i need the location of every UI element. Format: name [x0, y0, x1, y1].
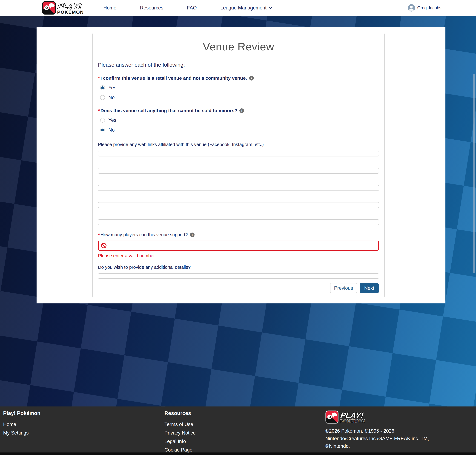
weblinks-label: Please provide any web links affiliated … [98, 142, 379, 147]
footer-link-my-settings[interactable]: My Settings [3, 430, 40, 436]
footer-heading-resources: Resources [164, 410, 200, 416]
q2-option-no[interactable]: No [100, 127, 379, 133]
page-footer: Play! Pokémon Home My Settings Resources… [0, 406, 476, 453]
venue-review-card: Venue Review Please answer each of the f… [92, 32, 385, 298]
top-navbar: PLAY! POKÉMON Home Resources FAQ League … [0, 0, 476, 16]
svg-text:POKÉMON: POKÉMON [57, 9, 84, 15]
required-marker: * [98, 108, 100, 113]
form-actions: Previous Next [93, 279, 384, 298]
footer-bottom-bar [0, 453, 476, 455]
footer-brand-column: PLAY! POKÉMON ©2026 Pokémon. ©1995 - 202… [325, 410, 437, 450]
info-icon[interactable]: i [239, 108, 244, 113]
next-button[interactable]: Next [360, 283, 379, 293]
footer-link-legal[interactable]: Legal Info [164, 439, 200, 444]
weblink-input-2[interactable] [98, 168, 379, 174]
primary-navigation: Home Resources FAQ League Management [103, 5, 273, 11]
details-label: Do you wish to provide any additional de… [98, 265, 379, 270]
q2-option-yes[interactable]: Yes [100, 117, 379, 123]
required-marker: * [98, 232, 100, 237]
play-pokemon-logo-icon: PLAY! POKÉMON [42, 1, 91, 15]
question-minors-label: * Does this venue sell anything that can… [98, 108, 379, 113]
svg-text:PLAY!: PLAY! [57, 1, 82, 10]
nav-home[interactable]: Home [103, 5, 116, 11]
weblink-input-5[interactable] [98, 219, 379, 225]
play-pokemon-logo[interactable]: PLAY! POKÉMON [42, 1, 91, 15]
footer-play-pokemon-logo-icon: PLAY! POKÉMON [325, 410, 373, 424]
footer-link-home[interactable]: Home [3, 422, 40, 427]
radio-button-checked[interactable] [100, 85, 105, 90]
q1-option-yes[interactable]: Yes [100, 85, 379, 91]
page-title: Venue Review [98, 41, 379, 53]
details-textarea[interactable] [98, 273, 379, 279]
radio-button-checked[interactable] [100, 128, 105, 132]
footer-link-terms[interactable]: Terms of Use [164, 422, 200, 427]
q1-option-no[interactable]: No [100, 95, 379, 100]
players-error-message: Please enter a valid number. [98, 253, 379, 258]
user-name: Greg Jacobs [417, 6, 441, 10]
footer-link-privacy[interactable]: Privacy Notice [164, 430, 200, 436]
weblink-input-1[interactable] [98, 151, 379, 156]
info-icon[interactable]: i [190, 233, 194, 237]
players-count-input[interactable] [98, 241, 379, 251]
radio-button[interactable] [100, 118, 105, 122]
copyright-text: ©2026 Pokémon. ©1995 - 2026 Nintendo/Cre… [325, 427, 437, 450]
question-players-label: * How many players can this venue suppor… [98, 232, 379, 237]
prohibition-icon [101, 243, 107, 249]
form-intro: Please answer each of the following: [98, 62, 379, 68]
footer-play-pokemon-column: Play! Pokémon Home My Settings [3, 410, 40, 436]
svg-text:PLAY!: PLAY! [340, 411, 364, 419]
players-input-wrapper [98, 241, 379, 251]
nav-faq[interactable]: FAQ [187, 5, 197, 11]
scrollbar-thumb[interactable] [473, 74, 475, 273]
nav-resources[interactable]: Resources [140, 5, 163, 11]
footer-link-cookie[interactable]: Cookie Page [164, 447, 200, 453]
svg-text:POKÉMON: POKÉMON [340, 418, 366, 424]
radio-button[interactable] [100, 95, 105, 100]
weblink-input-3[interactable] [98, 185, 379, 191]
nav-league-management[interactable]: League Management [220, 5, 273, 11]
question-retail-venue-label: * I confirm this venue is a retail venue… [98, 75, 379, 81]
chevron-down-icon [268, 7, 273, 9]
previous-button[interactable]: Previous [330, 283, 357, 293]
weblink-input-4[interactable] [98, 202, 379, 208]
user-menu[interactable]: Greg Jacobs [408, 4, 441, 11]
footer-resources-column: Resources Terms of Use Privacy Notice Le… [164, 410, 200, 455]
required-marker: * [98, 75, 100, 81]
info-icon[interactable]: i [249, 76, 254, 81]
footer-heading-play-pokemon: Play! Pokémon [3, 410, 40, 416]
content-panel: Venue Review Please answer each of the f… [37, 27, 445, 303]
user-avatar-icon [408, 4, 415, 11]
